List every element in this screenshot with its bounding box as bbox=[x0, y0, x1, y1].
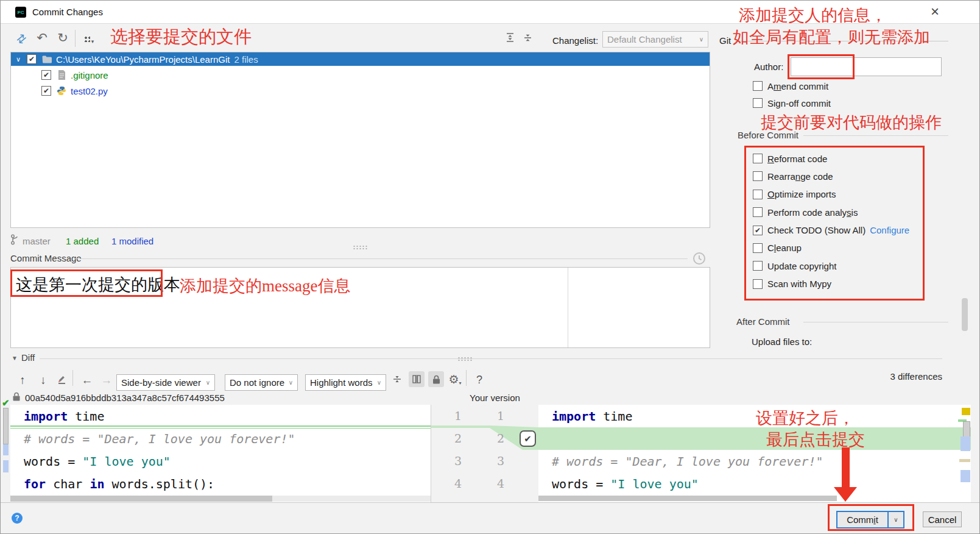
help-icon[interactable]: ? bbox=[12, 513, 23, 524]
highlight-mode-value: Highlight words bbox=[310, 377, 373, 388]
commit-split-button[interactable]: Commit ∨ bbox=[836, 511, 904, 529]
checkbox[interactable] bbox=[753, 190, 763, 199]
forward-icon: → bbox=[99, 372, 114, 388]
right-hscroll-thumb[interactable] bbox=[538, 496, 837, 501]
root-checkbox[interactable] bbox=[27, 54, 37, 64]
checkbox-option-scan-with-mypy[interactable]: Scan with Mypy bbox=[753, 279, 909, 290]
checkbox[interactable] bbox=[753, 243, 763, 253]
tree-row-file[interactable]: .gitignore bbox=[11, 68, 710, 82]
code-line: for char in words.split(): bbox=[10, 472, 431, 495]
highlight-mode-select[interactable]: Highlight words ∨ bbox=[305, 374, 386, 391]
back-icon[interactable]: ← bbox=[80, 372, 94, 388]
commit-message-editor[interactable]: 这是第一次提交的版本 bbox=[10, 267, 710, 348]
close-icon[interactable]: × bbox=[923, 2, 947, 21]
expand-all-icon[interactable] bbox=[506, 32, 515, 43]
checkbox[interactable] bbox=[753, 261, 763, 271]
code-line: # words = "Dear, I love you forever!" bbox=[538, 450, 971, 472]
sync-scrolling-icon[interactable] bbox=[409, 371, 425, 387]
line-number-left: 1 bbox=[431, 405, 462, 427]
differences-count: 3 differences bbox=[853, 371, 942, 382]
diff-settings-gear-icon[interactable]: ⚙▾ bbox=[447, 371, 463, 387]
checkbox-option-cleanup[interactable]: Cleanup bbox=[753, 243, 909, 254]
checkbox-option-perform-code-analysis[interactable]: Perform code analysis bbox=[753, 207, 909, 218]
rollback-icon[interactable]: ↶ bbox=[35, 30, 49, 46]
message-history-icon[interactable] bbox=[693, 252, 706, 268]
red-arrow-head bbox=[834, 487, 857, 502]
checkbox[interactable] bbox=[753, 81, 763, 91]
group-by-icon[interactable]: ▾ bbox=[82, 34, 96, 44]
left-error-stripe-scrollbar[interactable] bbox=[3, 408, 9, 444]
checkbox-option-sign-off-commit[interactable]: Sign-off commit bbox=[753, 98, 831, 109]
checkbox-option-check-todo-show-all-[interactable]: Check TODO (Show All)Configure bbox=[753, 225, 909, 236]
diff-help-icon[interactable]: ? bbox=[473, 372, 485, 388]
whitespace-mode-select[interactable]: Do not ignore ∨ bbox=[225, 374, 298, 391]
line-number-left: 4 bbox=[431, 472, 462, 495]
after-commit-line bbox=[803, 322, 948, 322]
line-number-left: 2 bbox=[431, 427, 462, 450]
checkbox[interactable] bbox=[753, 154, 763, 163]
right-pane-title: Your version bbox=[470, 393, 520, 403]
panel-scrollbar[interactable] bbox=[962, 298, 968, 331]
previous-difference-icon[interactable]: ↑ bbox=[15, 372, 30, 388]
checkbox[interactable] bbox=[753, 226, 763, 235]
file-checkbox[interactable] bbox=[41, 70, 51, 80]
checkbox-option-rearrange-code[interactable]: Rearrange code bbox=[753, 171, 909, 182]
edit-source-icon[interactable] bbox=[57, 374, 67, 384]
chevron-expanded-icon[interactable]: ∨ bbox=[16, 55, 21, 63]
checkbox-option-update-copyright[interactable]: Update copyright bbox=[753, 260, 909, 271]
warning-stripe-marker[interactable] bbox=[962, 408, 970, 415]
collapse-unchanged-icon[interactable] bbox=[392, 374, 402, 384]
left-hscroll-thumb[interactable] bbox=[10, 496, 272, 502]
checkbox-option-optimize-imports[interactable]: Optimize imports bbox=[753, 189, 909, 200]
left-hscroll-track[interactable] bbox=[10, 496, 431, 502]
insertion-marker-line bbox=[10, 425, 431, 427]
author-input[interactable] bbox=[791, 57, 942, 76]
file-checkbox[interactable] bbox=[41, 86, 51, 96]
upload-files-label: Upload files to: bbox=[752, 336, 812, 347]
change-marker[interactable] bbox=[961, 470, 970, 482]
annotation-before-ops: 提交前要对代码做的操作 bbox=[761, 112, 942, 134]
include-change-checkbox[interactable]: ✔ bbox=[520, 430, 536, 447]
stripe-marker[interactable] bbox=[959, 459, 970, 462]
tree-row-file[interactable]: test02.py bbox=[11, 84, 710, 98]
commit-dropdown-icon[interactable]: ∨ bbox=[887, 512, 903, 527]
collapse-all-icon[interactable] bbox=[523, 32, 532, 43]
refresh-icon[interactable]: ↻ bbox=[55, 30, 70, 46]
checkbox[interactable] bbox=[753, 279, 763, 289]
checkbox-option-amend-commit[interactable]: Amend commit bbox=[753, 80, 831, 91]
annotation-author-2: 如全局有配置，则无需添加 bbox=[733, 26, 930, 48]
change-marker[interactable] bbox=[961, 436, 970, 451]
checkbox-label: Sign-off commit bbox=[767, 98, 831, 109]
commit-button[interactable]: Commit bbox=[837, 512, 887, 527]
change-marker[interactable] bbox=[3, 460, 9, 472]
line-number-left: 3 bbox=[431, 450, 462, 472]
move-to-changelist-icon[interactable]: ⇄ bbox=[14, 31, 29, 46]
cancel-button[interactable]: Cancel bbox=[923, 511, 962, 527]
viewer-mode-select[interactable]: Side-by-side viewer ∨ bbox=[116, 374, 215, 391]
configure-link[interactable]: Configure bbox=[870, 225, 909, 235]
checkbox[interactable] bbox=[753, 207, 763, 217]
checkbox-option-reformat-code[interactable]: Reformat code bbox=[753, 153, 909, 164]
modified-count[interactable]: 1 modified bbox=[111, 236, 153, 246]
diff-header: Diff bbox=[21, 352, 35, 363]
checkbox-label: Reformat code bbox=[767, 154, 827, 164]
commit-message-line bbox=[75, 258, 688, 259]
checkbox-label: Cleanup bbox=[767, 243, 802, 253]
diff-left-pane[interactable]: import time# words = "Dear, I love you f… bbox=[10, 405, 431, 502]
checkbox[interactable] bbox=[753, 171, 763, 181]
insertion-marker-line bbox=[10, 428, 431, 429]
diff-splitter-grip[interactable] bbox=[457, 357, 473, 361]
splitter-grip[interactable] bbox=[353, 245, 368, 250]
tree-row-root[interactable]: ∨ C:\Users\KeYou\PycharmProjects\LearnGi… bbox=[11, 52, 710, 66]
changelist-value: Default Changelist bbox=[607, 34, 682, 44]
diff-right-pane[interactable]: import time# words = "Dear, I love you f… bbox=[538, 405, 971, 502]
checkbox-label: Rearrange code bbox=[767, 171, 833, 182]
changelist-select[interactable]: Default Changelist ∨ bbox=[602, 31, 708, 48]
disable-editing-lock-icon[interactable] bbox=[428, 371, 444, 387]
no-problems-check-icon: ✔ bbox=[2, 397, 10, 408]
checkbox[interactable] bbox=[753, 98, 763, 108]
next-difference-icon[interactable]: ↓ bbox=[36, 372, 51, 388]
diff-collapse-icon[interactable]: ▼ bbox=[12, 355, 18, 361]
added-count[interactable]: 1 added bbox=[66, 236, 99, 246]
author-label: Author: bbox=[754, 62, 783, 72]
